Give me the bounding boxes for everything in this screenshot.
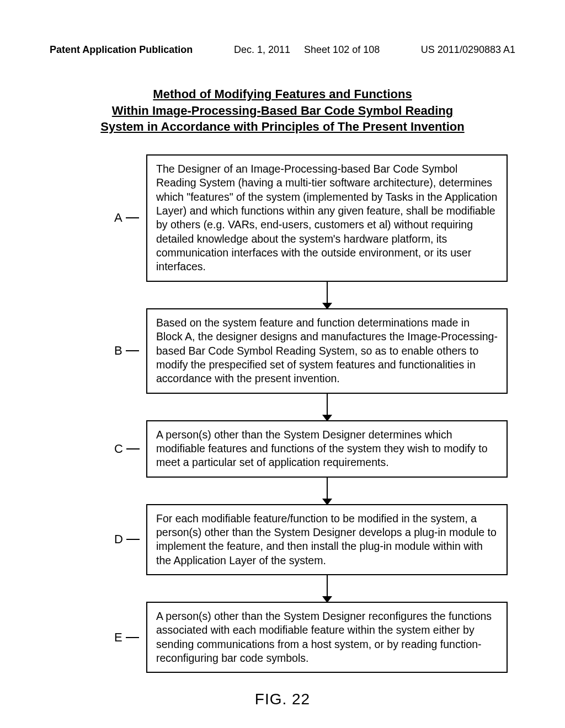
step-letter: C bbox=[114, 442, 123, 456]
step-label-c: C bbox=[114, 442, 140, 456]
title-line-3: System in Accordance with Principles of … bbox=[100, 120, 464, 133]
connector-dash bbox=[126, 539, 140, 540]
page-header: Patent Application Publication Dec. 1, 2… bbox=[50, 44, 515, 56]
step-box-a: The Designer of an Image-Processing-base… bbox=[146, 154, 508, 282]
pub-date: Dec. 1, 2011 bbox=[234, 44, 290, 55]
figure-number: FIG. 22 bbox=[50, 690, 515, 708]
patent-page: Patent Application Publication Dec. 1, 2… bbox=[0, 0, 565, 728]
step-label-e: E bbox=[114, 630, 139, 645]
step-label-a: A bbox=[114, 211, 139, 225]
step-box-c: A person(s) other than the System Design… bbox=[146, 420, 508, 478]
title-line-2: Within Image-Processing-Based Bar Code S… bbox=[112, 104, 453, 117]
connector-dash bbox=[126, 350, 139, 351]
step-letter: B bbox=[114, 344, 122, 358]
step-box-e: A person(s) other than the System Design… bbox=[146, 602, 508, 673]
step-label-b: B bbox=[114, 344, 139, 358]
publication-number: US 2011/0290883 A1 bbox=[421, 44, 515, 56]
flow-step-c: C A person(s) other than the System Desi… bbox=[146, 420, 508, 478]
step-letter: D bbox=[114, 532, 123, 547]
flow-step-d: D For each modifiable feature/function t… bbox=[146, 504, 508, 575]
step-letter: E bbox=[114, 630, 122, 645]
step-box-d: For each modifiable feature/function to … bbox=[146, 504, 508, 575]
connector-dash bbox=[126, 637, 139, 638]
flowchart: A The Designer of an Image-Processing-ba… bbox=[146, 154, 508, 673]
flow-step-b: B Based on the system feature and functi… bbox=[146, 308, 508, 394]
step-letter: A bbox=[114, 211, 122, 225]
connector-dash bbox=[126, 448, 140, 449]
step-label-d: D bbox=[114, 532, 140, 547]
title-line-1: Method of Modifying Features and Functio… bbox=[153, 87, 412, 101]
figure-title: Method of Modifying Features and Functio… bbox=[50, 86, 515, 135]
step-box-b: Based on the system feature and function… bbox=[146, 308, 508, 394]
flow-step-a: A The Designer of an Image-Processing-ba… bbox=[146, 154, 508, 282]
header-center: Dec. 1, 2011 Sheet 102 of 108 bbox=[234, 44, 380, 56]
sheet-number: Sheet 102 of 108 bbox=[304, 44, 380, 55]
connector-dash bbox=[126, 217, 139, 218]
publication-type: Patent Application Publication bbox=[50, 44, 193, 56]
flow-step-e: E A person(s) other than the System Desi… bbox=[146, 602, 508, 673]
